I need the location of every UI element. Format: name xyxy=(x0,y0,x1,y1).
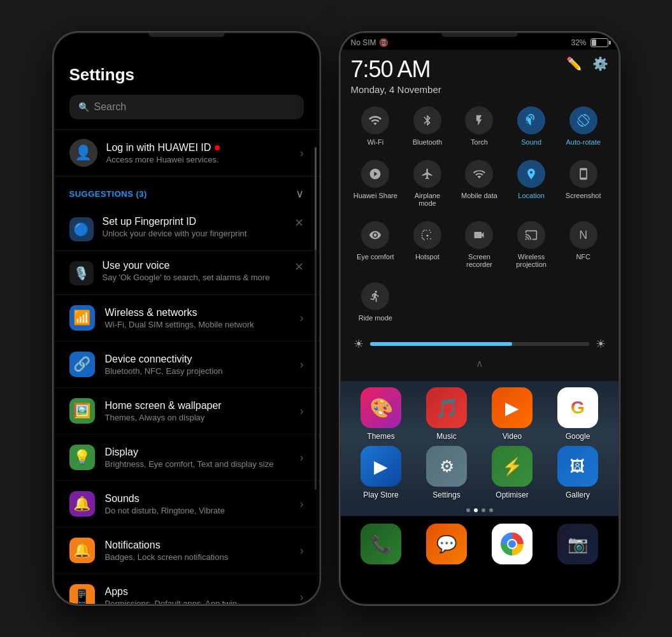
quick-toggles-grid: Wi-Fi Bluetooth Torch xyxy=(351,100,608,327)
suggestions-label: SUGGESTIONS (3) xyxy=(69,189,147,199)
google-app-icon: G xyxy=(557,387,598,428)
homescreen-text: Home screen & wallpaper Themes, Always o… xyxy=(105,400,290,422)
collapse-icon[interactable]: ∨ xyxy=(296,187,304,201)
close-suggestion-1[interactable]: ✕ xyxy=(294,216,304,230)
optimiser-label: Optimiser xyxy=(496,490,528,499)
toggle-nfc[interactable]: N NFC xyxy=(559,215,608,273)
settings2-label: Settings xyxy=(433,490,460,499)
chevron-device: › xyxy=(300,358,304,371)
toggle-location[interactable]: Location xyxy=(506,154,556,212)
wifi-label: Wi-Fi xyxy=(367,138,383,146)
toggle-airplane[interactable]: Airplane mode xyxy=(403,154,452,212)
sim-icon: 📵 xyxy=(379,38,389,47)
status-left: No SIM 📵 xyxy=(351,38,389,47)
toggle-screenshot[interactable]: Screenshot xyxy=(559,154,608,212)
huawei-share-label: Huawei Share xyxy=(354,192,397,199)
dot-4 xyxy=(489,508,493,512)
suggestion-voice[interactable]: 🎙️ Use your voice Say 'Ok Google' to sea… xyxy=(54,251,319,295)
settings-title: Settings xyxy=(69,65,304,85)
device-icon: 🔗 xyxy=(69,352,95,377)
notification-drawer: 7:50 AM Monday, 4 November ✏️ ⚙️ xyxy=(341,50,618,381)
drawer-top: 7:50 AM Monday, 4 November ✏️ ⚙️ xyxy=(351,56,608,95)
autorotate-toggle-icon xyxy=(569,106,597,134)
time-display: 7:50 AM Monday, 4 November xyxy=(351,56,441,95)
gallery-label: Gallery xyxy=(566,490,590,499)
mobile-data-icon xyxy=(465,160,493,188)
themes-app-icon: 🎨 xyxy=(361,387,401,428)
eye-comfort-label: Eye comfort xyxy=(357,253,394,261)
edit-icon[interactable]: ✏️ xyxy=(566,56,582,71)
settings-gear-icon[interactable]: ⚙️ xyxy=(592,56,608,71)
home-screen: No SIM 📵 32% 7:50 AM Monday, 4 No xyxy=(341,33,618,604)
settings-homescreen[interactable]: 🖼️ Home screen & wallpaper Themes, Alway… xyxy=(54,388,319,434)
app-music[interactable]: 🎵 Music xyxy=(417,387,477,441)
sound-toggle-icon xyxy=(517,106,545,134)
ride-mode-label: Ride mode xyxy=(359,314,392,322)
display-text: Display Brightness, Eye comfort, Text an… xyxy=(105,447,290,469)
toggle-torch[interactable]: Torch xyxy=(455,100,504,151)
dock-messages[interactable]: 💬 xyxy=(417,524,477,564)
scroll-indicator[interactable] xyxy=(315,147,317,490)
autorotate-label: Auto-rotate xyxy=(566,138,600,146)
dock-chrome[interactable] xyxy=(482,524,543,564)
app-google[interactable]: G Google xyxy=(548,387,608,441)
scroll-thumb xyxy=(315,147,317,250)
chevron-apps: › xyxy=(300,590,304,604)
huawei-id-text: Log in with HUAWEI ID Access more Huawei… xyxy=(106,142,291,164)
app-settings2[interactable]: ⚙ Settings xyxy=(417,446,477,499)
video-app-icon: ▶ xyxy=(492,387,533,428)
battery-percent: 32% xyxy=(571,38,586,47)
dock-row: 📞 💬 📷 xyxy=(341,516,618,575)
settings-device[interactable]: 🔗 Device connectivity Bluetooth, NFC, Ea… xyxy=(54,341,319,388)
settings-wireless[interactable]: 📶 Wireless & networks Wi-Fi, Dual SIM se… xyxy=(54,295,319,341)
app-playstore[interactable]: ▶ Play Store xyxy=(351,446,411,499)
settings-sounds[interactable]: 🔔 Sounds Do not disturb, Ringtone, Vibra… xyxy=(54,481,319,527)
app-video[interactable]: ▶ Video xyxy=(482,387,543,441)
settings-notifications[interactable]: 🔔 Notifications Badges, Lock screen noti… xyxy=(54,527,319,574)
screen-recorder-icon xyxy=(465,221,493,249)
battery-fill xyxy=(592,39,597,46)
toggle-sound[interactable]: Sound xyxy=(506,100,556,151)
toggle-bluetooth[interactable]: Bluetooth xyxy=(403,100,452,151)
app-optimiser[interactable]: ⚡ Optimiser xyxy=(482,446,543,499)
toggle-ride-mode[interactable]: Ride mode xyxy=(351,276,401,327)
huawei-id-title: Log in with HUAWEI ID xyxy=(106,142,291,154)
dock-camera[interactable]: 📷 xyxy=(548,524,608,564)
airplane-toggle-icon xyxy=(413,160,441,188)
toggle-huawei-share[interactable]: Huawei Share xyxy=(351,154,401,212)
phone-dock-icon: 📞 xyxy=(361,524,401,564)
close-suggestion-2[interactable]: ✕ xyxy=(294,260,304,274)
app-themes[interactable]: 🎨 Themes xyxy=(351,387,411,441)
voice-icon: 🎙️ xyxy=(69,261,94,285)
settings-display[interactable]: 💡 Display Brightness, Eye comfort, Text … xyxy=(54,434,319,481)
screenshot-label: Screenshot xyxy=(566,192,601,199)
drawer-handle[interactable]: ∧ xyxy=(351,357,608,372)
playstore-label: Play Store xyxy=(363,490,398,499)
toggle-screen-recorder[interactable]: Screen recorder xyxy=(455,215,504,273)
toggle-eye-comfort[interactable]: Eye comfort xyxy=(351,215,401,273)
mobile-data-label: Mobile data xyxy=(461,192,497,199)
apps-icon: 📱 xyxy=(69,584,95,604)
suggestion-fingerprint[interactable]: 🔵 Set up Fingerprint ID Unlock your devi… xyxy=(54,207,319,251)
dot-3 xyxy=(482,508,485,512)
suggestion-voice-text: Use your voice Say 'Ok Google' to search… xyxy=(103,260,304,282)
settings-apps[interactable]: 📱 Apps Permissions, Default apps, App tw… xyxy=(54,574,319,604)
nfc-label: NFC xyxy=(576,253,590,261)
huawei-id-row[interactable]: 👤 Log in with HUAWEI ID Access more Huaw… xyxy=(54,129,319,176)
brightness-fill xyxy=(370,342,513,346)
app-gallery[interactable]: 🖼 Gallery xyxy=(548,446,608,499)
gallery-app-icon: 🖼 xyxy=(557,446,598,487)
wireless-icon: 📶 xyxy=(69,305,95,331)
brightness-track[interactable] xyxy=(370,342,589,346)
device-text: Device connectivity Bluetooth, NFC, Easy… xyxy=(105,354,290,376)
dock-phone[interactable]: 📞 xyxy=(351,524,411,564)
drawer-icons: ✏️ ⚙️ xyxy=(566,56,608,71)
no-sim-text: No SIM xyxy=(351,38,376,47)
fingerprint-icon: 🔵 xyxy=(69,217,94,241)
toggle-wireless-projection[interactable]: Wireless projection xyxy=(506,215,556,273)
toggle-mobile-data[interactable]: Mobile data xyxy=(455,154,504,212)
search-bar[interactable]: 🔍 Search xyxy=(69,95,304,119)
toggle-autorotate[interactable]: Auto-rotate xyxy=(559,100,608,151)
toggle-hotspot[interactable]: Hotspot xyxy=(403,215,452,273)
toggle-wifi[interactable]: Wi-Fi xyxy=(351,100,401,151)
